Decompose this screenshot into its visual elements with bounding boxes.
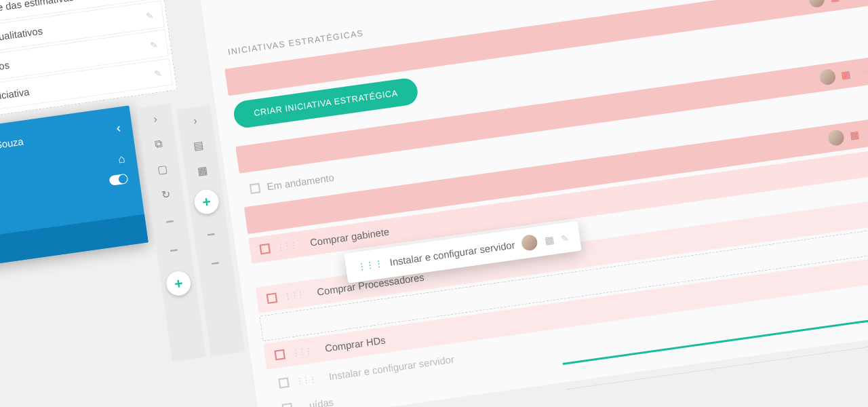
checkbox[interactable] [274,349,285,361]
pencil-icon[interactable]: ✎ [560,232,570,244]
drag-handle-icon[interactable]: ⋮⋮⋮ [295,374,315,385]
minus-icon[interactable]: − [849,0,861,4]
chevron-right-icon[interactable]: › [153,113,158,125]
footer-label: …uídas [298,396,334,407]
sync-icon[interactable]: ↻ [161,187,172,201]
drag-handle-icon[interactable]: ⋮⋮⋮ [283,290,304,301]
minus-icon[interactable]: − [165,213,176,231]
app-sidebar: Juliana Souza ‹ ⌂ Início Effectus [0,106,149,273]
grid-icon[interactable]: ▦ [829,0,840,3]
minus-icon[interactable]: − [206,226,217,244]
checkbox[interactable] [259,244,271,255]
drag-handle-icon[interactable]: ⋮⋮⋮ [277,240,297,252]
checkbox[interactable] [282,403,294,407]
stack-icon[interactable]: ▤ [193,138,204,153]
copy-icon[interactable]: ⧉ [154,137,163,151]
pencil-icon[interactable]: ✎ [153,68,163,79]
drag-handle-icon[interactable]: ⋮⋮⋮ [291,346,311,357]
task-label: Comprar gabinete [309,226,390,248]
grid-icon[interactable]: ▦ [197,163,208,178]
avatar [521,234,538,252]
avatar[interactable] [808,0,825,8]
status-label: Em andamento [267,172,335,193]
minus-icon[interactable]: − [861,62,868,81]
drag-handle-icon[interactable]: ⋮⋮⋮ [357,258,383,272]
task-label: Comprar HDs [324,334,386,354]
checkbox[interactable] [278,377,290,389]
grid-icon[interactable]: ▦ [840,69,851,81]
home-icon[interactable]: ⌂ [117,152,126,166]
pencil-icon[interactable]: ✎ [145,9,155,21]
checkbox[interactable] [267,292,278,304]
checkbox[interactable] [250,183,261,195]
minus-icon[interactable]: − [169,242,180,260]
avatar[interactable] [818,69,836,86]
minus-icon[interactable]: − [210,255,221,273]
add-button[interactable]: + [165,270,192,297]
toggle-switch[interactable] [108,174,128,186]
device-icon[interactable]: ▢ [157,162,168,176]
add-button[interactable]: + [193,188,220,215]
grid-icon[interactable]: ▦ [544,233,555,246]
avatar[interactable] [827,129,845,147]
pencil-icon[interactable]: ✎ [149,39,159,50]
grid-icon[interactable]: ▦ [849,129,860,142]
chevron-right-icon[interactable]: › [193,114,198,126]
